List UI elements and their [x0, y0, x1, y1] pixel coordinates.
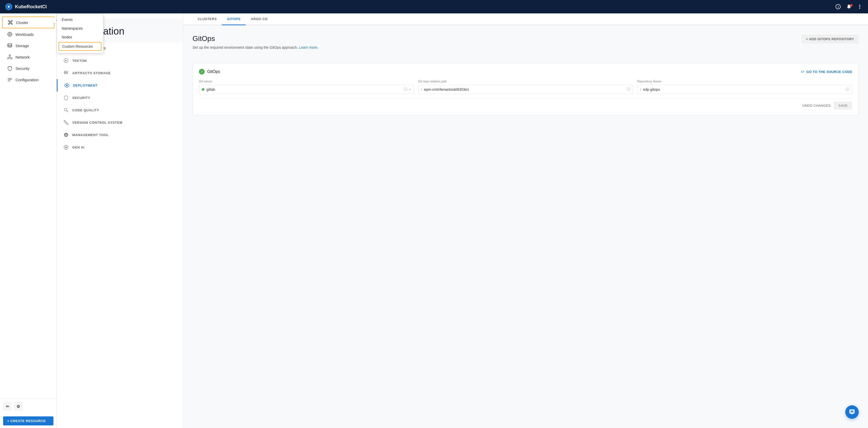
svg-line-47 — [65, 122, 66, 122]
left-nav: Configuration EDP COMPONENTS TEKTON — [57, 13, 183, 428]
svg-rect-45 — [65, 122, 67, 123]
tab-gitops[interactable]: GITOPS — [222, 13, 246, 25]
git-server-field: Git server gitlab ⓘ ▾ — [199, 80, 414, 94]
svg-text:i: i — [838, 5, 839, 9]
app-name: KubeRocketCI — [15, 4, 47, 9]
git-repo-path-field: Git repo relative path / epm-cmtr/tenant… — [418, 80, 633, 94]
svg-point-8 — [8, 20, 9, 22]
add-gitops-repository-button[interactable]: + ADD GITOPS REPOSITORY — [801, 35, 859, 43]
svg-rect-29 — [8, 78, 12, 79]
dropdown-item-nodes[interactable]: Nodes — [57, 33, 103, 41]
gitops-card: ✓ GitOps GO TO THE SOURCE CODE — [192, 63, 859, 116]
configuration-icon — [7, 77, 12, 82]
git-server-input[interactable]: gitlab ⓘ ▾ — [199, 85, 414, 94]
repository-name-value: edp-gitops — [643, 88, 660, 92]
left-nav-item-code-quality[interactable]: CODE QUALITY — [57, 104, 183, 116]
svg-point-17 — [9, 34, 10, 35]
svg-rect-23 — [9, 55, 10, 56]
sidebar-item-security[interactable]: Security — [2, 63, 55, 74]
edit-icon-button[interactable]: ✏ — [3, 402, 12, 411]
sidebar-item-workloads[interactable]: Workloads — [2, 29, 55, 40]
code-quality-icon — [63, 107, 69, 113]
repository-name-input[interactable]: / edp-gitops ⓘ — [637, 85, 852, 94]
go-to-source-code-link[interactable]: GO TO THE SOURCE CODE — [801, 70, 852, 74]
notifications-icon[interactable] — [846, 4, 852, 10]
left-nav-item-deployment[interactable]: DEPLOYMENT — [57, 79, 183, 92]
security-nav-icon — [63, 95, 69, 101]
svg-line-13 — [11, 22, 11, 22]
tab-argocd[interactable]: ARGO CD — [246, 13, 273, 25]
sidebar-item-storage[interactable]: Storage — [2, 40, 55, 51]
left-nav-item-artifacts[interactable]: ARTIFACTS STORAGE — [57, 67, 183, 79]
dropdown-item-events[interactable]: Events — [57, 15, 103, 24]
chat-icon — [849, 409, 855, 415]
svg-line-14 — [9, 23, 10, 24]
sidebar-item-cluster[interactable]: Cluster Events Namespaces Nodes Custom R… — [2, 17, 55, 28]
learn-more-link[interactable]: Learn more. — [299, 45, 318, 50]
svg-point-7 — [9, 22, 11, 23]
sidebar-item-configuration[interactable]: Configuration — [2, 74, 55, 85]
sidebar: ‹ Cluster Events — [0, 13, 57, 428]
left-nav-item-vcs[interactable]: VERSION CONTROL SYSTEM — [57, 116, 183, 129]
left-nav-tekton-label: TEKTON — [72, 59, 87, 63]
undo-changes-button[interactable]: UNDO CHANGES — [802, 104, 831, 107]
notification-dot — [850, 4, 852, 7]
left-nav-item-management[interactable]: MANAGEMENT TOOL — [57, 129, 183, 141]
svg-rect-46 — [67, 123, 68, 125]
gitops-section: GitOps Set up the required environment s… — [183, 25, 868, 125]
more-options-icon[interactable] — [857, 4, 863, 10]
deployment-icon — [64, 82, 70, 89]
svg-point-6 — [859, 8, 860, 9]
storage-icon — [7, 43, 12, 48]
repository-name-info-icon[interactable]: ⓘ — [846, 87, 849, 92]
left-nav-item-tekton[interactable]: TEKTON — [57, 55, 183, 67]
create-resource-button[interactable]: + CREATE RESOURCE — [3, 417, 54, 425]
svg-point-4 — [859, 5, 860, 6]
content-area: Configuration EDP COMPONENTS TEKTON — [57, 13, 868, 428]
svg-point-5 — [859, 6, 860, 7]
repository-name-prefix: / — [640, 88, 641, 92]
sidebar-nav: Cluster Events Namespaces Nodes Custom R… — [0, 13, 57, 399]
svg-line-15 — [11, 23, 11, 24]
sidebar-item-storage-label: Storage — [16, 43, 29, 48]
save-button[interactable]: SAVE — [834, 102, 852, 109]
git-repo-path-input[interactable]: / epm-cmtr/tenants/a08303e1 ⓘ — [418, 85, 633, 94]
sidebar-item-network-label: Network — [16, 55, 30, 59]
svg-point-9 — [11, 20, 12, 22]
settings-icon-button[interactable]: ⚙ — [14, 402, 23, 411]
chat-fab-button[interactable] — [845, 405, 859, 419]
git-server-dropdown-arrow[interactable]: ▾ — [409, 88, 411, 91]
svg-rect-24 — [7, 58, 9, 59]
left-nav-management-label: MANAGEMENT TOOL — [72, 133, 109, 137]
cluster-icon — [8, 20, 13, 25]
sidebar-item-network[interactable]: Network — [2, 52, 55, 62]
status-check-icon: ✓ — [199, 69, 205, 74]
info-icon[interactable]: i — [835, 4, 841, 10]
svg-rect-40 — [65, 73, 65, 74]
sidebar-item-security-label: Security — [16, 66, 29, 71]
left-nav-gen-ai-label: GEN AI — [72, 145, 84, 149]
left-nav-vcs-label: VERSION CONTROL SYSTEM — [72, 121, 122, 125]
vcs-icon — [63, 120, 69, 126]
security-icon — [7, 66, 12, 71]
dropdown-item-namespaces[interactable]: Namespaces — [57, 24, 103, 33]
svg-point-41 — [66, 85, 68, 86]
branch-icon — [801, 70, 805, 74]
git-repo-path-info-icon[interactable]: ⓘ — [627, 87, 630, 92]
left-nav-security-label: SECURITY — [72, 96, 90, 100]
dropdown-item-custom-resources[interactable]: Custom Resources — [59, 42, 101, 51]
gen-ai-icon — [63, 144, 69, 150]
git-repo-path-label: Git repo relative path — [418, 80, 633, 83]
svg-rect-30 — [8, 79, 12, 80]
left-nav-item-gen-ai[interactable]: GEN AI — [57, 141, 183, 154]
left-nav-code-quality-label: CODE QUALITY — [72, 108, 99, 112]
git-server-info-icon[interactable]: ⓘ — [404, 87, 407, 92]
left-nav-item-security[interactable]: SECURITY — [57, 92, 183, 104]
cluster-dropdown-menu: Events Namespaces Nodes Custom Resources — [57, 13, 103, 53]
gitops-card-header: ✓ GitOps GO TO THE SOURCE CODE — [199, 69, 852, 74]
tab-clusters[interactable]: CLUSTERS — [192, 13, 222, 25]
navbar-brand: KubeRocketCI — [5, 3, 835, 10]
git-server-value: gitlab — [207, 88, 215, 92]
gitops-fields: Git server gitlab ⓘ ▾ Git repo — [199, 80, 852, 94]
git-repo-path-value: epm-cmtr/tenants/a08303e1 — [424, 88, 469, 92]
